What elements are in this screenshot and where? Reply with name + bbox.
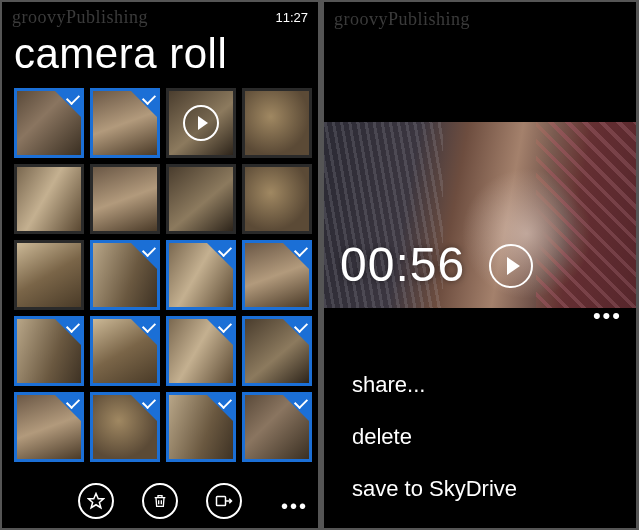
photo-thumb[interactable] — [90, 88, 160, 158]
photo-grid — [2, 88, 318, 462]
share-button[interactable] — [206, 483, 242, 519]
camera-roll-screen: groovyPublishing 11:27 camera roll ••• — [2, 2, 318, 528]
svg-marker-0 — [89, 494, 104, 508]
photo-thumb[interactable] — [242, 316, 312, 386]
selected-check-icon — [207, 395, 233, 421]
video-indicator — [169, 91, 233, 155]
thumb-image — [245, 167, 309, 231]
page-title: camera roll — [2, 28, 318, 88]
photo-thumb[interactable] — [14, 316, 84, 386]
photo-thumb[interactable] — [242, 164, 312, 234]
thumb-image — [17, 243, 81, 307]
menu-delete[interactable]: delete — [352, 424, 517, 450]
photo-thumb[interactable] — [14, 164, 84, 234]
context-menu: share... delete save to SkyDrive — [352, 372, 517, 502]
thumb-image — [169, 167, 233, 231]
photo-thumb[interactable] — [90, 392, 160, 462]
selected-check-icon — [131, 91, 157, 117]
selected-check-icon — [283, 243, 309, 269]
more-button[interactable]: ••• — [281, 504, 308, 508]
thumb-image — [245, 91, 309, 155]
selected-check-icon — [55, 319, 81, 345]
selected-check-icon — [283, 395, 309, 421]
video-duration: 00:56 — [340, 237, 465, 292]
photo-thumb[interactable] — [242, 240, 312, 310]
selected-check-icon — [283, 319, 309, 345]
thumb-image — [93, 167, 157, 231]
selected-check-icon — [55, 91, 81, 117]
video-more-button[interactable]: ••• — [593, 314, 622, 318]
status-bar: groovyPublishing — [324, 2, 636, 32]
photo-thumb[interactable] — [242, 392, 312, 462]
photo-thumb[interactable] — [166, 392, 236, 462]
selected-check-icon — [207, 243, 233, 269]
favorite-button[interactable] — [78, 483, 114, 519]
menu-save-skydrive[interactable]: save to SkyDrive — [352, 476, 517, 502]
svg-rect-1 — [217, 497, 226, 506]
photo-thumb[interactable] — [166, 316, 236, 386]
thumb-image — [17, 167, 81, 231]
app-bar: ••• — [2, 474, 318, 528]
selected-check-icon — [207, 319, 233, 345]
video-preview[interactable]: 00:56 — [324, 122, 636, 308]
watermark-text: groovyPublishing — [334, 9, 470, 30]
photo-thumb[interactable] — [14, 88, 84, 158]
status-bar: groovyPublishing 11:27 — [2, 2, 318, 28]
watermark-text: groovyPublishing — [12, 7, 148, 28]
photo-thumb[interactable] — [14, 392, 84, 462]
video-detail-screen: groovyPublishing 00:56 ••• share... dele… — [324, 2, 636, 528]
delete-button[interactable] — [142, 483, 178, 519]
selected-check-icon — [131, 243, 157, 269]
selected-check-icon — [131, 395, 157, 421]
photo-thumb[interactable] — [166, 240, 236, 310]
status-clock: 11:27 — [275, 10, 308, 25]
photo-thumb[interactable] — [166, 88, 236, 158]
menu-share[interactable]: share... — [352, 372, 517, 398]
selected-check-icon — [55, 395, 81, 421]
play-button[interactable] — [489, 244, 533, 288]
photo-thumb[interactable] — [166, 164, 236, 234]
photo-thumb[interactable] — [14, 240, 84, 310]
play-icon — [183, 105, 219, 141]
photo-thumb[interactable] — [90, 164, 160, 234]
photo-thumb[interactable] — [90, 316, 160, 386]
selected-check-icon — [131, 319, 157, 345]
photo-thumb[interactable] — [242, 88, 312, 158]
photo-thumb[interactable] — [90, 240, 160, 310]
